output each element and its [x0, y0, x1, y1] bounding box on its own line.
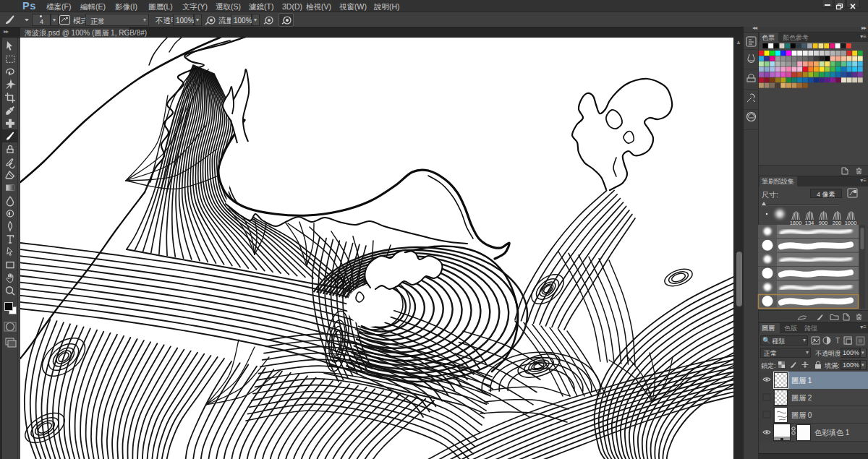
- svg-text:T: T: [835, 337, 840, 345]
